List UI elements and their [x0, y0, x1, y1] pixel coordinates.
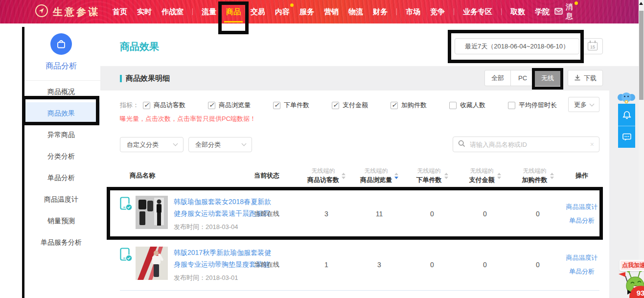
channel-tab-pc[interactable]: PC	[510, 70, 535, 86]
all-category-select[interactable]: 全部分类	[188, 137, 252, 152]
metric-checkbox-views[interactable]: 商品浏览量	[208, 101, 251, 110]
more-metrics-button[interactable]: 更多	[568, 97, 599, 112]
nav-message[interactable]: 消息	[554, 2, 573, 21]
sidebar-title: 商品分析	[22, 61, 100, 71]
top-nav: 生意参谋 首页 实时 作战室 流量 商品 交易 内容 服务 营销 物流 财务 市…	[0, 0, 644, 23]
sidebar-item-category[interactable]: 分类分析	[22, 145, 100, 167]
clear-search-icon[interactable]: ×	[590, 140, 594, 148]
metric-checkbox-favorites[interactable]: 收藏人数	[449, 101, 485, 110]
col-wireless-payment[interactable]: 无线端的支付金额	[459, 167, 511, 184]
col-wireless-cart[interactable]: 无线端的加购件数	[511, 167, 564, 184]
section-title: 商品效果明细	[126, 74, 170, 83]
sort-arrows-icon-active-desc[interactable]	[394, 173, 398, 179]
nav-tabs: 首页 实时 作战室 流量 商品 交易 内容 服务 营销 物流 财务 市场 竞争 …	[108, 0, 554, 23]
calendar-button[interactable]: 15	[582, 38, 603, 54]
product-image[interactable]	[136, 196, 168, 229]
product-title-link[interactable]: 韩版2017秋季新款瑜伽服套装健	[174, 247, 271, 258]
sidebar-item-thermometer[interactable]: 商品温度计	[22, 188, 100, 210]
pc-only-note: 曝光量，点击次数，点击率暂只提供PC端数据！	[120, 115, 599, 123]
payment-value: 0	[459, 210, 511, 218]
metric-checkbox-orders[interactable]: 下单件数	[273, 101, 309, 110]
visitors-value: 3	[300, 210, 353, 218]
sort-arrows-icon[interactable]	[550, 173, 554, 179]
brand-name: 生意参谋	[53, 5, 100, 19]
single-item-analysis-link[interactable]: 单品分析	[564, 265, 599, 278]
product-image[interactable]	[136, 247, 168, 280]
scrollbar-thumb[interactable]	[639, 11, 644, 100]
nav-tab-traffic[interactable]: 流量	[202, 0, 216, 23]
page-title: 商品效果	[120, 40, 159, 53]
sidebar-item-overview[interactable]: 商品概况	[22, 81, 100, 102]
nav-tab-academy[interactable]: 学院	[535, 0, 550, 23]
speed-up-bubble[interactable]: 点我加速	[620, 260, 644, 271]
date-controls: 最近7天（2018-06-04~2018-06-10） 15	[455, 38, 603, 54]
nav-tab-marketing[interactable]: 营销	[324, 0, 339, 23]
metrics-row: 指标： 商品访客数 商品浏览量 下单件数 支付金额 加购件数	[120, 91, 599, 113]
nav-tab-content[interactable]: 内容	[275, 0, 290, 23]
nav-tab-data-extract[interactable]: 取数	[510, 0, 525, 23]
row-actions: 商品温度计 单品分析	[564, 251, 599, 278]
metric-checkbox-cart[interactable]: 加购件数	[391, 101, 427, 110]
metric-checkbox-payment[interactable]: 支付金额	[332, 101, 368, 110]
sidebar-item-item-service[interactable]: 单品服务分析	[22, 231, 100, 253]
product-row-2: 韩版2017秋季新款瑜伽服套装健 身服专业运动带胸垫显瘦套装健 发布时间：201…	[120, 239, 599, 291]
nav-tab-logistics[interactable]: 物流	[348, 0, 363, 23]
checkbox-icon[interactable]	[273, 102, 280, 109]
sidebar-item-sales-forecast[interactable]: 销量预测	[22, 210, 100, 231]
nav-tab-market[interactable]: 市场	[406, 0, 420, 23]
sort-arrows-icon[interactable]	[444, 173, 448, 179]
nav-tab-competition[interactable]: 竞争	[430, 0, 445, 23]
product-title-link[interactable]: 韩版瑜伽服套装女2018春夏新款	[174, 196, 271, 207]
orders-value: 0	[406, 261, 459, 269]
scroll-up-arrow-icon[interactable]	[639, 2, 643, 5]
active-tab-underline	[224, 21, 243, 23]
metric-label: 商品浏览量	[219, 101, 251, 110]
nav-tab-product[interactable]: 商品	[226, 0, 241, 23]
metric-checkbox-visitors[interactable]: 商品访客数	[143, 101, 185, 110]
date-range-selector[interactable]: 最近7天（2018-06-04~2018-06-10）	[455, 38, 579, 54]
thermometer-link[interactable]: 商品温度计	[564, 251, 599, 265]
chat-icon	[622, 132, 632, 142]
feedback-chat-button[interactable]	[618, 126, 635, 148]
brand[interactable]: 生意参谋	[34, 3, 100, 20]
download-button[interactable]: 下载	[568, 70, 603, 86]
nav-tab-home[interactable]: 首页	[113, 0, 127, 23]
checkbox-icon[interactable]	[143, 102, 150, 109]
sort-arrows-icon[interactable]	[342, 173, 345, 179]
search-input[interactable]	[470, 141, 590, 148]
col-wireless-visitors[interactable]: 无线端的商品访客数	[300, 167, 353, 184]
nav-divider	[396, 8, 397, 15]
col-wireless-views[interactable]: 无线端的商品浏览量	[353, 167, 406, 184]
channel-tab-all[interactable]: 全部	[484, 70, 511, 86]
page-scrollbar[interactable]	[639, 0, 644, 298]
nav-tab-warroom[interactable]: 作战室	[161, 0, 184, 23]
chevron-down-icon	[242, 141, 247, 146]
main-area: 商品效果 最近7天（2018-06-04~2018-06-10） 15 商品效果…	[100, 23, 639, 298]
single-item-analysis-link[interactable]: 单品分析	[564, 214, 599, 228]
nav-tab-finance[interactable]: 财务	[373, 0, 388, 23]
channel-tab-wireless[interactable]: 无线	[534, 70, 561, 86]
sort-arrows-icon[interactable]	[497, 173, 501, 179]
thermometer-link[interactable]: 商品温度计	[564, 200, 599, 214]
nav-tab-realtime[interactable]: 实时	[137, 0, 152, 23]
table-header: 商品名称 当前状态 无线端的商品访客数 无线端的商品浏览量 无线端的下单件数 无…	[120, 163, 599, 188]
nav-tab-business-zone[interactable]: 业务专区	[463, 0, 492, 23]
checkbox-icon[interactable]	[332, 102, 339, 109]
checkbox-icon[interactable]	[508, 102, 515, 109]
nav-tab-trade[interactable]: 交易	[251, 0, 265, 23]
notifications-bell-button[interactable]	[618, 104, 635, 126]
col-product-name: 商品名称	[120, 171, 253, 180]
sidebar-item-effect[interactable]: 商品效果	[22, 102, 100, 124]
custom-category-select[interactable]: 自定义分类	[120, 137, 184, 152]
sidebar-item-abnormal[interactable]: 异常商品	[22, 124, 100, 145]
checkbox-icon[interactable]	[449, 102, 457, 109]
sidebar-item-single-item[interactable]: 单品分析	[22, 167, 100, 188]
nav-tab-service[interactable]: 服务	[299, 0, 314, 23]
checkbox-icon[interactable]	[208, 102, 215, 109]
content-panel: 指标： 商品访客数 商品浏览量 下单件数 支付金额 加购件数	[100, 91, 609, 298]
col-wireless-orders[interactable]: 无线端的下单件数	[406, 167, 459, 184]
checkbox-icon[interactable]	[391, 102, 398, 109]
mobile-online-icon	[120, 197, 133, 231]
metric-label: 下单件数	[284, 101, 309, 110]
metric-checkbox-stay-time[interactable]: 平均停留时长	[508, 101, 557, 110]
